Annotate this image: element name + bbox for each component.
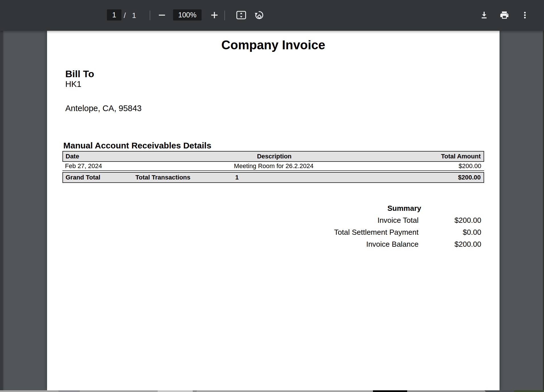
bill-to-address: Antelope, CA, 95843 [65, 104, 142, 113]
receivables-heading: Manual Account Receivables Details [63, 141, 211, 150]
bill-to-heading: Bill To [65, 68, 94, 79]
toolbar-divider [224, 11, 225, 20]
row-description: Meeting Room for 26.2.2024 [134, 162, 414, 170]
grand-total-transactions-count: 1 [234, 174, 414, 181]
table-row: Feb 27, 2024 Meeting Room for 26.2.2024 … [62, 162, 484, 171]
row-date: Feb 27, 2024 [62, 162, 134, 170]
table-header-row: Date Description Total Amount [62, 151, 484, 162]
window-right-edge [543, 31, 544, 390]
minus-icon [158, 11, 166, 19]
zoom-out-button[interactable] [155, 8, 169, 23]
row-amount: $200.00 [414, 162, 484, 170]
summary-label: Invoice Balance [327, 240, 419, 249]
grand-total-row: Grand Total Total Transactions 1 $200.00 [62, 172, 484, 183]
pdf-viewport[interactable]: Company Invoice Bill To HK1 Antelope, CA… [0, 31, 544, 390]
summary-row: Total Settlement Payment $0.00 [327, 226, 481, 238]
window-left-edge [0, 31, 3, 390]
zoom-in-button[interactable] [207, 8, 222, 23]
rotate-ccw-icon [254, 10, 264, 20]
print-icon [500, 10, 509, 20]
print-button[interactable] [497, 8, 512, 23]
download-icon [480, 11, 489, 20]
summary-row: Invoice Balance $200.00 [327, 238, 481, 250]
fit-page-icon [236, 10, 247, 20]
plus-icon [210, 11, 219, 19]
desktop-taskbar-sliver [0, 390, 544, 392]
rotate-ccw-button[interactable] [252, 8, 267, 23]
summary-value: $0.00 [419, 228, 481, 237]
zoom-level-input[interactable] [173, 9, 202, 21]
summary-label: Total Settlement Payment [327, 228, 419, 237]
page-count-label: 1 [132, 11, 136, 20]
bill-to-name: HK1 [65, 79, 81, 89]
summary-label: Invoice Total [327, 216, 419, 225]
toolbar-divider [150, 11, 150, 20]
grand-total-amount: $200.00 [414, 174, 484, 181]
fit-to-page-button[interactable] [234, 8, 249, 23]
kebab-menu-icon [521, 11, 529, 19]
invoice-title: Company Invoice [47, 38, 500, 52]
summary-row: Invoice Total $200.00 [327, 214, 481, 226]
download-button[interactable] [477, 8, 492, 23]
grand-total-label: Grand Total [63, 174, 134, 181]
summary-heading: Summary [327, 202, 481, 214]
header-description: Description [134, 153, 414, 160]
header-date: Date [63, 153, 134, 160]
grand-total-transactions-label: Total Transactions [134, 174, 234, 181]
pdf-toolbar: / 1 [0, 0, 544, 31]
more-options-button[interactable] [517, 8, 532, 23]
pdf-page: Company Invoice Bill To HK1 Antelope, CA… [47, 31, 500, 390]
summary-value: $200.00 [419, 216, 481, 225]
summary-value: $200.00 [419, 240, 481, 249]
summary-section: Summary Invoice Total $200.00 Total Sett… [327, 202, 481, 250]
receivables-table: Date Description Total Amount Feb 27, 20… [62, 151, 484, 183]
header-total-amount: Total Amount [414, 153, 484, 160]
page-divider-label: / [124, 11, 126, 20]
page-number-input[interactable] [107, 9, 121, 21]
